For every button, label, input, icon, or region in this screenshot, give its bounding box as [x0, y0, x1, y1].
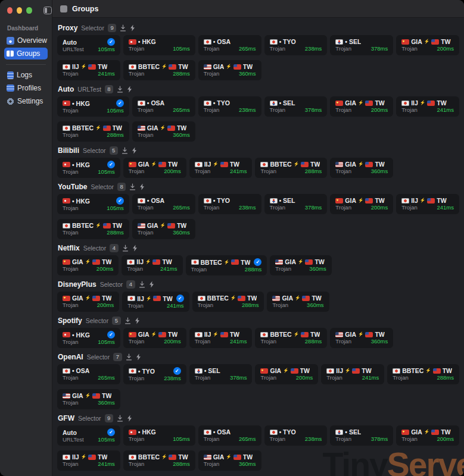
proxy-card[interactable]: GIA⚡TWTrojan360ms: [198, 60, 261, 80]
proxy-card[interactable]: IIJ⚡TWTrojan241ms: [189, 328, 253, 348]
proxy-card[interactable]: IIJ⚡TWTrojan241ms: [321, 364, 384, 384]
proxy-card[interactable]: • TYOTrojan238ms: [264, 425, 328, 446]
node-protocol: Trojan: [270, 204, 286, 211]
latency-test-button[interactable]: [129, 183, 136, 190]
sidebar-item-profiles[interactable]: Profiles: [4, 82, 48, 94]
proxy-card[interactable]: Auto✓URLTest105ms: [57, 425, 120, 446]
proxy-card[interactable]: BBTEC⚡TWTrojan288ms: [255, 328, 327, 348]
latency-test-button[interactable]: [117, 415, 123, 422]
latency-test-button[interactable]: [124, 317, 131, 324]
proxy-card[interactable]: IIJ⚡TW✓Trojan241ms: [122, 292, 189, 312]
speed-test-button[interactable]: [127, 415, 132, 422]
proxy-card[interactable]: • SELTrojan378ms: [330, 35, 393, 55]
proxy-card[interactable]: • OSATrojan265ms: [198, 35, 261, 55]
proxy-card[interactable]: GIA⚡TWTrojan360ms: [132, 121, 195, 142]
proxy-card-bottom: Trojan105ms: [63, 205, 124, 211]
proxy-card[interactable]: • SELTrojan378ms: [189, 364, 253, 384]
node-protocol: URLTest: [63, 436, 84, 443]
proxy-card[interactable]: GIA⚡TWTrojan360ms: [198, 450, 261, 471]
proxy-card[interactable]: • HKG✓Trojan105ms: [57, 158, 120, 178]
speed-test-button[interactable]: [132, 245, 138, 252]
sidebar-item-overview[interactable]: Overview: [4, 35, 48, 46]
proxy-card[interactable]: • TYOTrojan238ms: [198, 96, 261, 117]
zoom-button[interactable]: [26, 7, 32, 14]
proxy-card[interactable]: GIA⚡TWTrojan200ms: [123, 328, 186, 348]
proxy-card[interactable]: • SELTrojan378ms: [264, 96, 328, 117]
speed-test-button[interactable]: [132, 147, 137, 154]
proxy-card[interactable]: GIA⚡TWTrojan360ms: [132, 219, 195, 239]
speed-test-button[interactable]: [135, 317, 140, 324]
proxy-card[interactable]: • TYO✓Trojan238ms: [123, 364, 186, 384]
proxy-card[interactable]: BBTEC⚡TWTrojan288ms: [387, 364, 459, 384]
proxy-card[interactable]: GIA⚡TWTrojan360ms: [57, 389, 120, 409]
proxy-card[interactable]: GIA⚡TWTrojan200ms: [330, 194, 393, 214]
proxy-card[interactable]: GIA⚡TWTrojan360ms: [270, 255, 331, 275]
node-name-2: TW: [102, 295, 111, 302]
proxy-card[interactable]: • SELTrojan378ms: [264, 194, 328, 214]
sidebar-toggle-icon[interactable]: [43, 7, 52, 14]
proxy-card[interactable]: • OSATrojan265ms: [198, 425, 261, 446]
proxy-card[interactable]: • OSATrojan265ms: [132, 194, 195, 214]
latency-test-button[interactable]: [117, 86, 123, 93]
proxy-card[interactable]: GIA⚡TWTrojan200ms: [123, 158, 186, 178]
proxy-card-bottom: Trojan238ms: [129, 375, 181, 381]
proxy-card-top: • OSA: [63, 367, 115, 374]
minimize-button[interactable]: [17, 7, 22, 14]
proxy-card[interactable]: • HKGTrojan105ms: [123, 35, 195, 55]
proxy-card[interactable]: • OSATrojan265ms: [57, 364, 120, 384]
tw-flag-icon: [167, 126, 175, 131]
proxy-card[interactable]: GIA⚡TWTrojan360ms: [330, 328, 393, 348]
latency-test-button[interactable]: [139, 281, 145, 288]
proxy-card[interactable]: Auto✓URLTest105ms: [57, 35, 120, 55]
speed-test-button[interactable]: [130, 24, 135, 32]
proxy-card[interactable]: BBTEC⚡TW✓Trojan288ms: [186, 255, 267, 275]
proxy-card[interactable]: GIA⚡TWTrojan200ms: [57, 292, 119, 312]
relay-bolt-icon: ⚡: [425, 368, 431, 373]
proxy-card[interactable]: BBTEC⚡TWTrojan288ms: [57, 219, 129, 239]
proxy-card[interactable]: BBTEC⚡TWTrojan288ms: [255, 158, 327, 178]
latency-test-button[interactable]: [122, 245, 129, 252]
proxy-card[interactable]: IIJ⚡TWTrojan241ms: [57, 60, 120, 80]
tw-flag-icon: [220, 162, 228, 167]
speed-test-button[interactable]: [127, 86, 132, 93]
latency-test-button[interactable]: [122, 147, 128, 154]
proxy-card[interactable]: IIJ⚡TWTrojan241ms: [396, 96, 459, 117]
node-protocol: Trojan: [195, 168, 211, 174]
proxy-card[interactable]: GIA⚡TWTrojan360ms: [267, 292, 329, 312]
sidebar-item-settings[interactable]: Settings: [4, 95, 48, 107]
proxy-card[interactable]: GIA⚡TWTrojan200ms: [255, 364, 318, 384]
proxy-card[interactable]: • HKGTrojan105ms: [123, 425, 195, 446]
node-latency: 200ms: [371, 204, 388, 211]
speed-test-button[interactable]: [139, 183, 145, 190]
proxy-card[interactable]: • TYOTrojan238ms: [198, 194, 261, 214]
group-title: GFW: [58, 414, 74, 422]
proxy-card[interactable]: BBTEC⚡TWTrojan288ms: [123, 60, 195, 80]
sidebar-item-logs[interactable]: Logs: [4, 69, 48, 81]
proxy-card[interactable]: BBTEC⚡TWTrojan288ms: [123, 450, 195, 471]
latency-test-button[interactable]: [126, 353, 132, 361]
speed-test-button[interactable]: [149, 281, 154, 288]
proxy-card[interactable]: • HKG✓Trojan105ms: [57, 96, 129, 117]
proxy-card[interactable]: GIA⚡TWTrojan200ms: [396, 35, 459, 55]
proxy-card[interactable]: BBTEC⚡TWTrojan288ms: [192, 292, 264, 312]
proxy-card[interactable]: IIJ⚡TWTrojan241ms: [396, 194, 459, 214]
proxy-card[interactable]: GIA⚡TWTrojan360ms: [330, 158, 393, 178]
close-button[interactable]: [7, 7, 13, 14]
proxy-card[interactable]: • OSATrojan265ms: [132, 96, 195, 117]
proxy-card[interactable]: GIA⚡TWTrojan200ms: [396, 425, 459, 446]
proxy-card[interactable]: GIA⚡TWTrojan200ms: [57, 255, 119, 275]
node-protocol: Trojan: [270, 107, 286, 113]
proxy-card[interactable]: • TYOTrojan238ms: [264, 35, 328, 55]
speed-test-button[interactable]: [136, 353, 141, 361]
latency-test-button[interactable]: [120, 24, 126, 32]
proxy-card[interactable]: • HKG✓Trojan105ms: [57, 328, 120, 348]
proxy-card[interactable]: GIA⚡TWTrojan200ms: [330, 96, 393, 117]
proxy-card[interactable]: BBTEC⚡TWTrojan288ms: [57, 121, 129, 142]
tw-flag-icon: [433, 368, 441, 374]
proxy-card[interactable]: • SELTrojan378ms: [330, 425, 393, 446]
proxy-card[interactable]: IIJ⚡TWTrojan241ms: [189, 158, 253, 178]
sidebar-item-groups[interactable]: Groups: [4, 48, 48, 60]
proxy-card[interactable]: IIJ⚡TWTrojan241ms: [57, 450, 120, 471]
proxy-card[interactable]: IIJ⚡TWTrojan241ms: [122, 255, 182, 275]
proxy-card[interactable]: • HKG✓Trojan105ms: [57, 194, 129, 214]
